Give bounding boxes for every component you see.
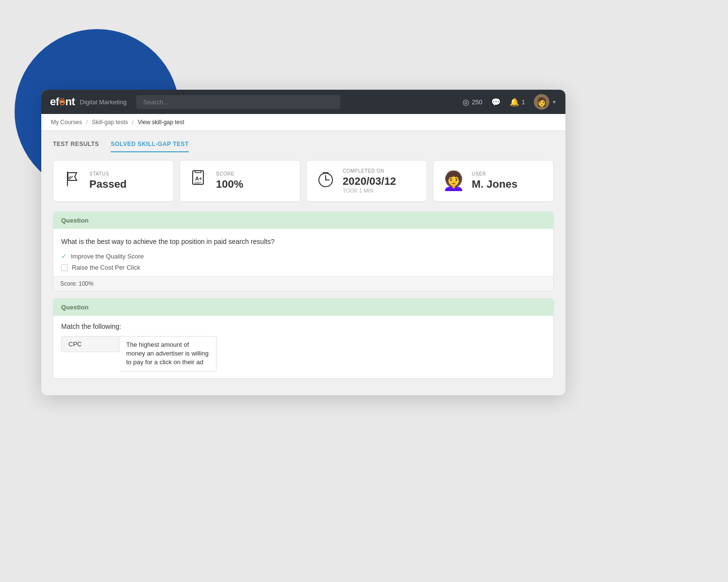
main-content: TEST RESULTS SOLVED SKILL-GAP TEST STATU… bbox=[41, 131, 565, 395]
user-menu[interactable]: 👩 ▼ bbox=[534, 94, 557, 110]
avatar-emoji: 👩 bbox=[536, 97, 547, 107]
answer-1-wrong: Raise the Cost Per Click bbox=[61, 264, 546, 271]
navbar: efönt Digital Marketing ◎ 250 💬 🔔 1 👩 ▼ bbox=[41, 90, 565, 114]
breadcrumb-sep1: / bbox=[86, 119, 87, 126]
breadcrumb-sep2: / bbox=[132, 119, 133, 126]
logo-subtitle: Digital Marketing bbox=[80, 98, 127, 106]
status-card-score: A+ SCORE 100% bbox=[180, 160, 300, 202]
question-1-text: What is the best way to achieve the top … bbox=[61, 238, 546, 245]
completed-label: COMPLETED ON bbox=[343, 168, 396, 174]
empty-checkbox-icon bbox=[61, 264, 68, 271]
status-card-passed: STATUS Passed bbox=[53, 160, 174, 202]
checkmark-icon: ✓ bbox=[61, 252, 67, 260]
breadcrumb-current: View skill-gap test bbox=[138, 119, 184, 126]
breadcrumb-skillgap[interactable]: Skill-gap tests bbox=[92, 119, 128, 126]
question-1-score: Score: 100% bbox=[53, 276, 553, 291]
cards-row: STATUS Passed A+ SCORE 100 bbox=[53, 160, 554, 202]
status-value: Passed bbox=[89, 178, 127, 191]
notification-count: 1 bbox=[522, 98, 525, 106]
app-window: efönt Digital Marketing ◎ 250 💬 🔔 1 👩 ▼ bbox=[41, 90, 565, 395]
avatar: 👩 bbox=[534, 94, 549, 110]
logo-area: efönt Digital Marketing bbox=[50, 96, 127, 108]
svg-text:A+: A+ bbox=[195, 176, 202, 181]
flag-icon bbox=[62, 169, 83, 194]
tabs-row: TEST RESULTS SOLVED SKILL-GAP TEST bbox=[53, 141, 554, 152]
score-label: SCORE bbox=[216, 171, 243, 177]
navbar-right: ◎ 250 💬 🔔 1 👩 ▼ bbox=[463, 94, 557, 110]
breadcrumb-mycourses[interactable]: My Courses bbox=[51, 119, 82, 126]
answer-1-correct: ✓ Improve the Quality Score bbox=[61, 252, 546, 260]
notifications-button[interactable]: 🔔 1 bbox=[510, 97, 525, 107]
tab-test-results[interactable]: TEST RESULTS bbox=[53, 141, 99, 152]
match-container: Match the following: CPC The highest amo… bbox=[53, 316, 553, 378]
score-icon: A+ bbox=[189, 169, 209, 194]
match-left-cpc: CPC bbox=[61, 336, 119, 352]
status-card-user: 👩‍🦱 USER M. Jones bbox=[433, 160, 554, 202]
match-row: CPC The highest amount of money an adver… bbox=[61, 336, 546, 372]
points-value: 250 bbox=[472, 98, 482, 106]
user-label: USER bbox=[472, 171, 517, 177]
user-name: M. Jones bbox=[472, 178, 517, 191]
status-card-completed: COMPLETED ON 2020/03/12 TOOK 1 MIN bbox=[306, 160, 427, 202]
logo-accent: ö bbox=[59, 96, 66, 108]
chat-icon: 💬 bbox=[491, 97, 501, 107]
match-right-definition: The highest amount of money an advertise… bbox=[119, 336, 216, 372]
question-1-header: Question bbox=[53, 212, 553, 229]
question-2: Question Match the following: CPC The hi… bbox=[53, 298, 554, 379]
logo: efönt bbox=[50, 96, 75, 108]
completed-duration: TOOK 1 MIN bbox=[343, 188, 396, 194]
bell-icon: 🔔 bbox=[510, 97, 519, 107]
answer-2-text: Raise the Cost Per Click bbox=[72, 264, 140, 271]
search-input[interactable] bbox=[136, 95, 340, 109]
score-info: SCORE 100% bbox=[216, 171, 243, 191]
points-display: ◎ 250 bbox=[463, 97, 482, 107]
chevron-down-icon: ▼ bbox=[552, 99, 557, 105]
question-1-body: What is the best way to achieve the top … bbox=[53, 229, 553, 291]
completed-info: COMPLETED ON 2020/03/12 TOOK 1 MIN bbox=[343, 168, 396, 194]
breadcrumb: My Courses / Skill-gap tests / View skil… bbox=[41, 114, 565, 131]
clock-icon bbox=[315, 169, 336, 194]
answer-1-text: Improve the Quality Score bbox=[71, 253, 144, 260]
question-1: Question What is the best way to achieve… bbox=[53, 211, 554, 291]
user-avatar-icon: 👩‍🦱 bbox=[442, 170, 465, 192]
user-info: USER M. Jones bbox=[472, 171, 517, 191]
score-value: 100% bbox=[216, 178, 243, 191]
completed-date: 2020/03/12 bbox=[343, 175, 396, 188]
question-2-header: Question bbox=[53, 299, 553, 316]
question-2-text: Match the following: bbox=[61, 323, 546, 330]
passed-info: STATUS Passed bbox=[89, 171, 127, 191]
status-label: STATUS bbox=[89, 171, 127, 177]
chat-button[interactable]: 💬 bbox=[491, 97, 501, 107]
points-icon: ◎ bbox=[463, 97, 469, 107]
tab-solved-skill-gap[interactable]: SOLVED SKILL-GAP TEST bbox=[111, 141, 189, 152]
